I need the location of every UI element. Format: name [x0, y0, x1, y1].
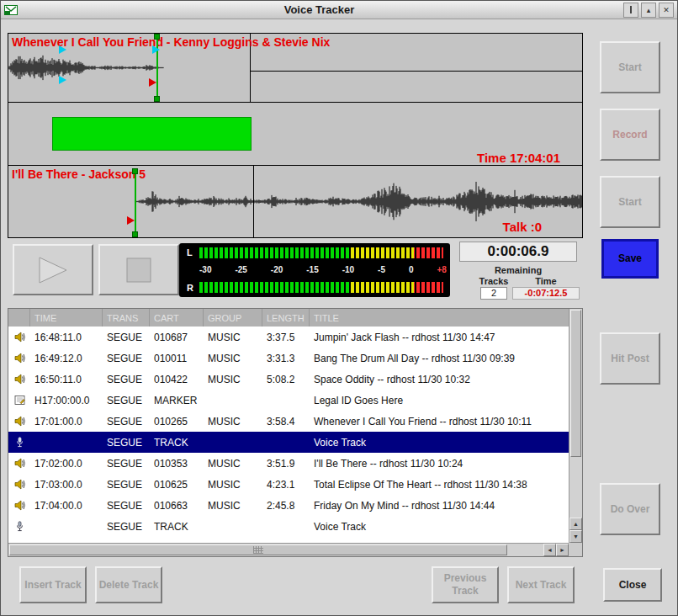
- arrow-right-icon: ►: [559, 547, 565, 553]
- table-row[interactable]: H17:00:00.0 SEGUE MARKER Legal ID Goes H…: [8, 390, 569, 411]
- speaker-icon: [8, 353, 30, 364]
- track-start-cursor[interactable]: [135, 170, 136, 237]
- window-title: Voice Tracker: [18, 3, 621, 16]
- scroll-up-button[interactable]: ▲: [569, 518, 582, 530]
- remaining-tracks-value: 2: [480, 287, 507, 300]
- cursor-handle[interactable]: [154, 34, 160, 40]
- close-window-button[interactable]: ✕: [659, 3, 674, 18]
- play-button[interactable]: [13, 244, 93, 295]
- cell-cart: 010422: [150, 374, 204, 385]
- track2-strip[interactable]: I'll Be There - Jackson 5 Talk :0: [8, 166, 582, 237]
- segue-marker-icon[interactable]: [152, 45, 160, 54]
- fade-marker-icon[interactable]: [59, 45, 66, 54]
- horizontal-scrollbar[interactable]: ◄ ►: [8, 543, 569, 556]
- table-row[interactable]: 16:50:11.0 SEGUE 010422 MUSIC 5:08.2 Spa…: [8, 369, 569, 390]
- cell-title: I'll Be There -- rdhost 11/30 10:24: [310, 458, 569, 470]
- cell-cart: 010625: [150, 479, 204, 491]
- titlebar[interactable]: Voice Tracker ▴ ✕: [1, 1, 677, 19]
- column-title[interactable]: TITLE: [310, 309, 569, 327]
- stop-icon: [126, 258, 151, 283]
- remaining-time-value: -0:07:12.5: [512, 287, 580, 300]
- column-trans[interactable]: TRANS: [103, 309, 150, 327]
- cursor-handle[interactable]: [154, 96, 160, 102]
- button-label: Do Over: [611, 503, 650, 516]
- voicetrack-strip[interactable]: Time 17:04:01: [8, 103, 582, 166]
- pin-button[interactable]: [623, 3, 638, 18]
- record-button[interactable]: Record: [600, 109, 660, 161]
- track1-strip[interactable]: Whenever I Call You Friend - Kenny Loggi…: [8, 34, 582, 103]
- scale-tick: -25: [235, 265, 246, 274]
- cell-trans: SEGUE: [103, 374, 150, 385]
- talk-time-caption: Talk :0: [503, 220, 542, 234]
- vertical-scrollbar[interactable]: ▲ ▼: [569, 309, 582, 543]
- cell-length: 3:58.4: [262, 416, 310, 427]
- marker-icon: [8, 395, 30, 406]
- voice-track-region[interactable]: [52, 117, 252, 151]
- cell-title: Total Eclipse Of The Heart -- rdhost 11/…: [310, 479, 569, 491]
- start-marker-icon[interactable]: [127, 216, 135, 225]
- next-track-button[interactable]: Next Track: [507, 566, 575, 603]
- horizontal-scrollbar-thumb[interactable]: [9, 544, 507, 555]
- table-row[interactable]: SEGUE TRACK Voice Track: [8, 516, 569, 537]
- start-marker-icon[interactable]: [149, 78, 156, 87]
- cell-title: Space Oddity -- rdhost 11/30 10:32: [310, 374, 569, 385]
- scroll-left-button[interactable]: ◄: [543, 544, 556, 556]
- button-label: Start: [618, 196, 641, 209]
- column-length[interactable]: LENGTH: [262, 309, 310, 327]
- cell-title: Jumpin' Jack Flash -- rdhost 11/30 14:47: [310, 332, 569, 343]
- table-row[interactable]: 16:49:12.0 SEGUE 010011 MUSIC 3:31.3 Ban…: [8, 348, 569, 369]
- cell-title: Legal ID Goes Here: [310, 395, 569, 406]
- button-label: Delete Track: [99, 579, 159, 592]
- pin-icon: [630, 6, 632, 13]
- remaining-time-label: Time: [521, 276, 571, 286]
- table-row[interactable]: 17:01:00.0 SEGUE 010265 MUSIC 3:58.4 Whe…: [8, 411, 569, 432]
- speaker-icon: [8, 416, 30, 427]
- cursor-handle[interactable]: [132, 231, 138, 237]
- track-end-line: [250, 71, 582, 72]
- button-label: Previous Track: [435, 572, 495, 597]
- cell-title: Voice Track: [310, 521, 569, 533]
- start-track1-button[interactable]: Start: [600, 41, 660, 93]
- stop-button[interactable]: [98, 244, 179, 295]
- hit-post-button[interactable]: Hit Post: [600, 332, 660, 385]
- speaker-icon: [8, 458, 30, 469]
- cursor-handle[interactable]: [132, 168, 138, 174]
- cell-length: 4:23.1: [262, 479, 310, 491]
- cell-group: MUSIC: [204, 374, 262, 385]
- cell-time: 17:02:00.0: [30, 458, 103, 470]
- vertical-scrollbar-thumb[interactable]: [570, 310, 581, 457]
- table-row-selected[interactable]: SEGUE TRACK Voice Track: [8, 432, 569, 453]
- cell-cart: 010687: [150, 332, 204, 343]
- do-over-button[interactable]: Do Over: [600, 483, 660, 535]
- cell-trans: SEGUE: [103, 437, 150, 449]
- play-icon: [36, 256, 70, 284]
- column-group[interactable]: GROUP: [204, 309, 262, 327]
- table-row[interactable]: 16:48:11.0 SEGUE 010687 MUSIC 3:37.5 Jum…: [8, 327, 569, 348]
- previous-track-button[interactable]: Previous Track: [432, 566, 499, 603]
- delete-track-button[interactable]: Delete Track: [95, 566, 162, 603]
- cell-group: MUSIC: [204, 332, 262, 343]
- insert-track-button[interactable]: Insert Track: [19, 566, 87, 603]
- cell-time: 16:49:12.0: [30, 353, 103, 364]
- scroll-down-button[interactable]: ▼: [569, 530, 582, 543]
- close-button[interactable]: Close: [603, 568, 662, 602]
- shade-button[interactable]: ▴: [641, 3, 656, 18]
- log-table-header: TIME TRANS CART GROUP LENGTH TITLE: [8, 309, 569, 327]
- column-time[interactable]: TIME: [30, 309, 103, 327]
- app-icon: [4, 3, 18, 17]
- start-track2-button[interactable]: Start: [600, 176, 660, 228]
- button-label: Save: [618, 252, 642, 265]
- close-icon: ✕: [663, 6, 670, 14]
- waveform-area: Whenever I Call You Friend - Kenny Loggi…: [8, 33, 583, 238]
- microphone-icon: [8, 521, 30, 532]
- table-row[interactable]: 17:04:00.0 SEGUE 010663 MUSIC 2:45.8 Fri…: [8, 495, 569, 516]
- fade-marker-icon[interactable]: [59, 76, 66, 84]
- cell-title: Friday On My Mind -- rdhost 11/30 14:44: [310, 500, 569, 512]
- cell-group: MUSIC: [204, 416, 262, 427]
- save-button[interactable]: Save: [601, 239, 659, 279]
- track-start-cursor[interactable]: [156, 34, 158, 102]
- scroll-right-button[interactable]: ►: [556, 544, 569, 556]
- table-row[interactable]: 17:02:00.0 SEGUE 010353 MUSIC 3:51.9 I'l…: [8, 453, 569, 474]
- column-cart[interactable]: CART: [150, 309, 204, 327]
- table-row[interactable]: 17:03:00.0 SEGUE 010625 MUSIC 4:23.1 Tot…: [8, 474, 569, 495]
